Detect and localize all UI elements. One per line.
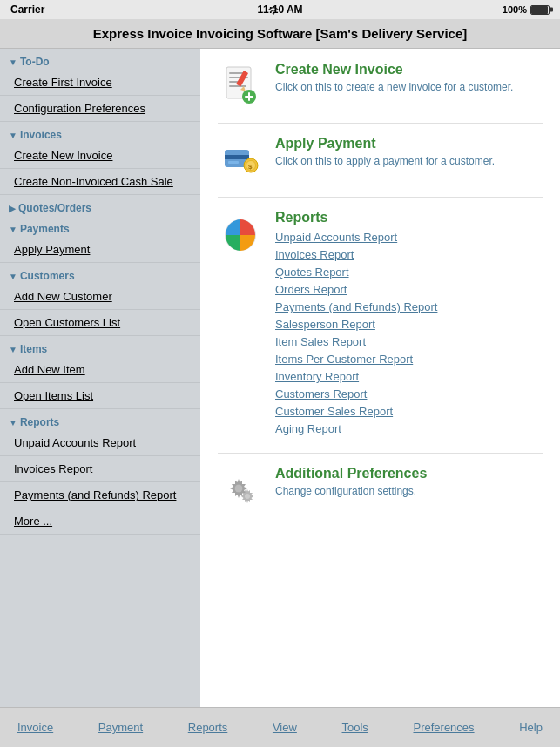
sidebar-item-open-customers-list[interactable]: Open Customers List	[0, 310, 200, 336]
nav-reports[interactable]: Reports	[188, 721, 228, 734]
nav-preferences[interactable]: Preferences	[413, 721, 474, 734]
report-orders[interactable]: Orders Report	[275, 281, 437, 298]
create-invoice-desc: Click on this to create a new invoice fo…	[275, 81, 513, 93]
reports-triangle: ▼	[9, 418, 17, 427]
payment-icon: $	[219, 138, 261, 179]
sidebar-item-create-new-invoice[interactable]: Create New Invoice	[0, 143, 200, 169]
reports-section-title: Reports	[275, 210, 437, 225]
items-triangle: ▼	[9, 345, 17, 354]
nav-payment[interactable]: Payment	[98, 721, 143, 734]
nav-view[interactable]: View	[273, 721, 297, 734]
todo-triangle: ▼	[9, 57, 17, 67]
report-items-per-customer[interactable]: Items Per Customer Report	[275, 351, 437, 367]
divider-3	[218, 453, 543, 454]
status-bar: Carrier 11:10 AM 100%	[0, 0, 560, 19]
report-customer-sales[interactable]: Customer Sales Report	[275, 403, 437, 420]
reports-icon	[219, 211, 262, 254]
create-invoice-title: Create New Invoice	[275, 62, 513, 77]
sidebar-item-add-new-customer[interactable]: Add New Customer	[0, 284, 200, 310]
sidebar-section-invoices[interactable]: ▼ Invoices	[0, 122, 200, 143]
report-aging[interactable]: Aging Report	[275, 421, 437, 437]
battery-area: 100%	[503, 4, 550, 15]
sidebar-section-quotes-orders[interactable]: ▶ Quotes/Orders	[0, 195, 200, 216]
sidebar-item-apply-payment[interactable]: Apply Payment	[0, 237, 200, 263]
apply-payment-section[interactable]: $ Apply Payment Click on this to apply a…	[218, 136, 543, 181]
report-customers[interactable]: Customers Report	[275, 386, 437, 402]
sidebar-item-create-first-invoice[interactable]: Create First Invoice	[0, 70, 200, 96]
app-title: Express Invoice Invoicing Software [Sam'…	[93, 26, 468, 41]
report-payments-refunds[interactable]: Payments (and Refunds) Report	[275, 299, 437, 315]
apply-payment-desc: Click on this to apply a payment for a c…	[275, 155, 495, 167]
sidebar-item-unpaid-accounts-report[interactable]: Unpaid Accounts Report	[0, 430, 200, 456]
main-area: ▼ To-Do Create First Invoice Configurati…	[0, 49, 560, 707]
customers-triangle: ▼	[9, 272, 17, 281]
sidebar-item-create-non-invoiced-cash-sale[interactable]: Create Non-Invoiced Cash Sale	[0, 169, 200, 195]
invoices-triangle: ▼	[9, 131, 17, 140]
reports-text: Reports Unpaid Accounts Report Invoices …	[275, 210, 437, 437]
title-bar: Express Invoice Invoicing Software [Sam'…	[0, 19, 560, 49]
payments-label: Payments	[20, 223, 70, 235]
svg-rect-12	[225, 155, 249, 159]
nav-invoice[interactable]: Invoice	[17, 721, 53, 734]
report-quotes[interactable]: Quotes Report	[275, 264, 437, 280]
preferences-title: Additional Preferences	[275, 466, 427, 481]
preferences-text: Additional Preferences Change configurat…	[275, 466, 427, 497]
report-salesperson[interactable]: Salesperson Report	[275, 316, 437, 333]
sidebar-section-todo[interactable]: ▼ To-Do	[0, 49, 200, 70]
report-invoices[interactable]: Invoices Report	[275, 246, 437, 263]
apply-payment-text: Apply Payment Click on this to apply a p…	[275, 136, 495, 167]
invoices-label: Invoices	[20, 129, 62, 141]
preferences-icon	[219, 467, 262, 510]
battery-icon	[530, 5, 550, 15]
payment-icon-container: $	[218, 136, 263, 181]
preferences-desc: Change configuration settings.	[275, 485, 427, 497]
apply-payment-title: Apply Payment	[275, 136, 495, 151]
items-label: Items	[20, 343, 47, 355]
bottom-nav: Invoice Payment Reports View Tools Prefe…	[0, 707, 560, 747]
svg-point-20	[245, 494, 250, 499]
divider-1	[218, 123, 543, 124]
sidebar-section-customers[interactable]: ▼ Customers	[0, 263, 200, 284]
carrier-label: Carrier	[10, 3, 44, 16]
nav-tools[interactable]: Tools	[342, 721, 368, 734]
invoice-icon	[219, 64, 261, 105]
quotes-label: Quotes/Orders	[18, 202, 91, 214]
sidebar-item-payments-refunds-report[interactable]: Payments (and Refunds) Report	[0, 482, 200, 508]
customers-label: Customers	[20, 270, 75, 282]
report-item-sales[interactable]: Item Sales Report	[275, 333, 437, 350]
time-label: 11:10 AM	[257, 3, 302, 16]
reports-label: Reports	[20, 416, 59, 428]
invoice-icon-container	[218, 62, 263, 107]
svg-text:$: $	[248, 163, 253, 171]
create-invoice-text: Create New Invoice Click on this to crea…	[275, 62, 513, 93]
sidebar-item-more[interactable]: More ...	[0, 508, 200, 535]
preferences-section[interactable]: Additional Preferences Change configurat…	[218, 466, 543, 511]
create-invoice-section[interactable]: Create New Invoice Click on this to crea…	[218, 62, 543, 107]
svg-rect-8	[245, 96, 253, 98]
reports-list: Unpaid Accounts Report Invoices Report Q…	[275, 229, 437, 437]
reports-icon-container	[218, 210, 263, 255]
sidebar-section-reports[interactable]: ▼ Reports	[0, 409, 200, 430]
sidebar-item-invoices-report[interactable]: Invoices Report	[0, 456, 200, 482]
sidebar-item-add-new-item[interactable]: Add New Item	[0, 357, 200, 383]
report-inventory[interactable]: Inventory Report	[275, 368, 437, 385]
payments-triangle: ▼	[9, 225, 17, 234]
sidebar-section-payments[interactable]: ▼ Payments	[0, 216, 200, 237]
svg-point-19	[235, 485, 243, 493]
svg-rect-13	[228, 161, 239, 164]
sidebar-section-items[interactable]: ▼ Items	[0, 336, 200, 357]
sidebar-item-configuration-preferences[interactable]: Configuration Preferences	[0, 96, 200, 122]
divider-2	[218, 197, 543, 198]
report-unpaid-accounts[interactable]: Unpaid Accounts Report	[275, 229, 437, 246]
preferences-icon-container	[218, 466, 263, 511]
reports-section: Reports Unpaid Accounts Report Invoices …	[218, 210, 543, 437]
nav-help[interactable]: Help	[519, 721, 543, 734]
battery-percent: 100%	[503, 4, 527, 15]
content-area: Create New Invoice Click on this to crea…	[200, 49, 560, 707]
sidebar: ▼ To-Do Create First Invoice Configurati…	[0, 49, 200, 707]
sidebar-item-open-items-list[interactable]: Open Items List	[0, 383, 200, 409]
todo-label: To-Do	[20, 56, 50, 68]
quotes-triangle: ▶	[9, 204, 16, 213]
